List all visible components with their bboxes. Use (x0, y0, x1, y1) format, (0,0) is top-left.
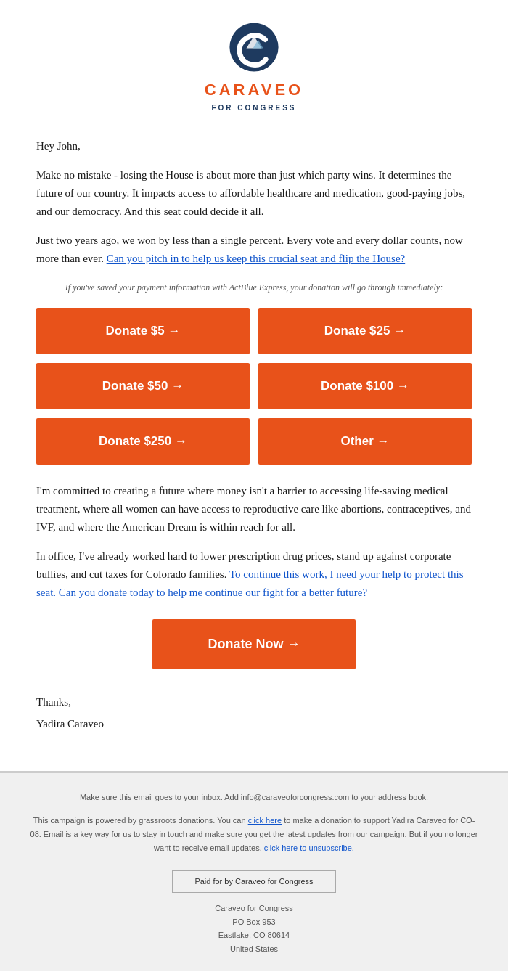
donate-other-button[interactable]: Other → (258, 418, 472, 465)
email-content: Hey John, Make no mistake - losing the H… (0, 130, 508, 756)
paid-for-text: Paid for by Caraveo for Congress (194, 877, 313, 886)
footer-address: Caraveo for Congress PO Box 953 Eastlake… (29, 902, 479, 956)
email-header: CARAVEO FOR CONGRESS (0, 0, 508, 130)
logo-text: CARAVEO (205, 77, 303, 102)
paragraph-3: I'm committed to creating a future where… (36, 482, 472, 536)
greeting-text: Hey John, (36, 137, 472, 155)
paragraph-1: Make no mistake - losing the House is ab… (36, 166, 472, 220)
donate-now-wrapper: Donate Now → (36, 619, 472, 669)
donate-100-button[interactable]: Donate $100 → (258, 363, 472, 409)
address-line-1: Caraveo for Congress (29, 902, 479, 915)
paragraph-4: In office, I've already worked hard to l… (36, 547, 472, 601)
email-footer: Make sure this email goes to your inbox.… (0, 772, 508, 971)
sign-off: Thanks, Yadira Caraveo (36, 691, 472, 735)
sender-name: Yadira Caraveo (36, 713, 472, 735)
footer-unsubscribe-link[interactable]: click here to unsubscribe. (264, 844, 354, 852)
donate-5-button[interactable]: Donate $5 → (36, 308, 250, 354)
paragraph-2: Just two years ago, we won by less than … (36, 232, 472, 268)
donate-grid: Donate $5 → Donate $25 → Donate $50 → Do… (36, 308, 472, 465)
logo-subtext: FOR CONGRESS (205, 102, 303, 114)
footer-inbox-note: Make sure this email goes to your inbox.… (29, 791, 479, 804)
signoff-text: Thanks, (36, 691, 472, 713)
caraveo-logo-icon (229, 22, 279, 73)
address-line-3: Eastlake, CO 80614 (29, 928, 479, 942)
actblue-note: If you've saved your payment information… (36, 281, 472, 295)
footer-legal-pre: This campaign is powered by grassroots d… (33, 816, 246, 825)
donate-50-button[interactable]: Donate $50 → (36, 363, 250, 409)
donate-25-button[interactable]: Donate $25 → (258, 308, 472, 354)
paid-for-box: Paid for by Caraveo for Congress (172, 870, 335, 893)
footer-click-here-link[interactable]: click here (248, 816, 282, 825)
email-wrapper: CARAVEO FOR CONGRESS Hey John, Make no m… (0, 0, 508, 971)
address-line-4: United States (29, 942, 479, 956)
logo: CARAVEO FOR CONGRESS (205, 22, 303, 114)
footer-legal: This campaign is powered by grassroots d… (29, 814, 479, 854)
cta-link-1[interactable]: Can you pitch in to help us keep this cr… (107, 253, 406, 264)
donate-now-button[interactable]: Donate Now → (152, 619, 356, 669)
donate-250-button[interactable]: Donate $250 → (36, 418, 250, 465)
address-line-2: PO Box 953 (29, 915, 479, 929)
